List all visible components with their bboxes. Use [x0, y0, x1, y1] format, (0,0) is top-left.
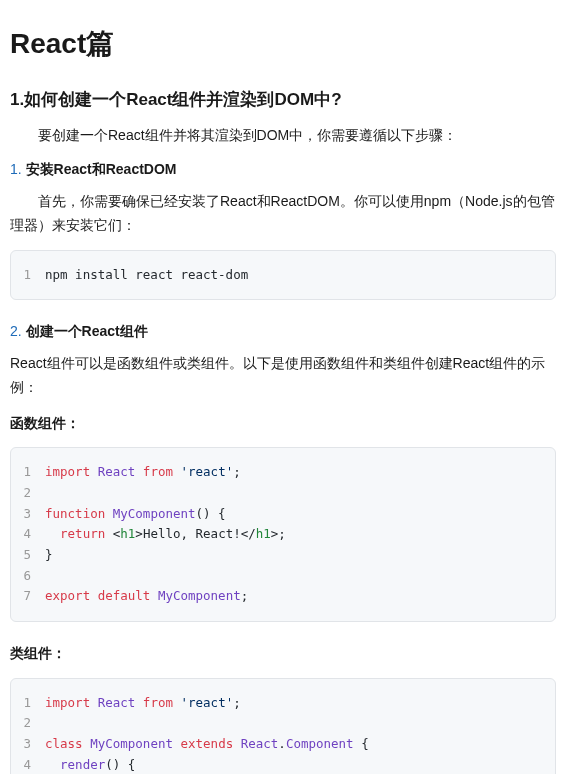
code-content: }	[45, 545, 545, 566]
line-number: 4	[21, 524, 45, 545]
code-content: return <h1>Hello, React!</h1>;	[45, 524, 545, 545]
code-content: npm install react react-dom	[45, 265, 545, 286]
line-number: 7	[21, 586, 45, 607]
step-num: 1.	[10, 161, 22, 177]
code-line: 2	[21, 483, 545, 504]
code-content	[45, 483, 545, 504]
code-block-func[interactable]: 1import React from 'react';23function My…	[10, 447, 556, 621]
page-title: React篇	[10, 20, 556, 68]
step-2-line: 2. 创建一个React组件	[10, 320, 556, 344]
line-number: 3	[21, 734, 45, 755]
line-number: 1	[21, 462, 45, 483]
code-line: 1import React from 'react';	[21, 693, 545, 714]
code-line: 1npm install react react-dom	[21, 265, 545, 286]
code-content: import React from 'react';	[45, 462, 545, 483]
code-content: function MyComponent() {	[45, 504, 545, 525]
code-content: render() {	[45, 755, 545, 774]
line-number: 5	[21, 545, 45, 566]
line-number: 6	[21, 566, 45, 587]
code-line: 7export default MyComponent;	[21, 586, 545, 607]
step-title: 创建一个React组件	[26, 323, 148, 339]
code-line: 4 return <h1>Hello, React!</h1>;	[21, 524, 545, 545]
func-component-label: 函数组件：	[10, 412, 556, 436]
line-number: 2	[21, 483, 45, 504]
code-content	[45, 566, 545, 587]
code-content: export default MyComponent;	[45, 586, 545, 607]
code-line: 2	[21, 713, 545, 734]
line-number: 3	[21, 504, 45, 525]
line-number: 4	[21, 755, 45, 774]
code-block-npm[interactable]: 1npm install react react-dom	[10, 250, 556, 301]
code-content: import React from 'react';	[45, 693, 545, 714]
code-line: 6	[21, 566, 545, 587]
line-number: 2	[21, 713, 45, 734]
code-content	[45, 713, 545, 734]
step-num: 2.	[10, 323, 22, 339]
line-number: 1	[21, 693, 45, 714]
intro-text: 要创建一个React组件并将其渲染到DOM中，你需要遵循以下步骤：	[10, 124, 556, 148]
code-block-class[interactable]: 1import React from 'react';23class MyCom…	[10, 678, 556, 774]
class-component-label: 类组件：	[10, 642, 556, 666]
step-1-desc: 首先，你需要确保已经安装了React和ReactDOM。你可以使用npm（Nod…	[10, 190, 556, 238]
code-line: 3function MyComponent() {	[21, 504, 545, 525]
question-heading: 1.如何创建一个React组件并渲染到DOM中?	[10, 86, 556, 115]
code-line: 4 render() {	[21, 755, 545, 774]
line-number: 1	[21, 265, 45, 286]
code-line: 1import React from 'react';	[21, 462, 545, 483]
code-line: 5}	[21, 545, 545, 566]
code-line: 3class MyComponent extends React.Compone…	[21, 734, 545, 755]
code-content: class MyComponent extends React.Componen…	[45, 734, 545, 755]
step-2-desc: React组件可以是函数组件或类组件。以下是使用函数组件和类组件创建React组…	[10, 352, 556, 400]
step-title: 安装React和ReactDOM	[26, 161, 177, 177]
step-1-line: 1. 安装React和ReactDOM	[10, 158, 556, 182]
